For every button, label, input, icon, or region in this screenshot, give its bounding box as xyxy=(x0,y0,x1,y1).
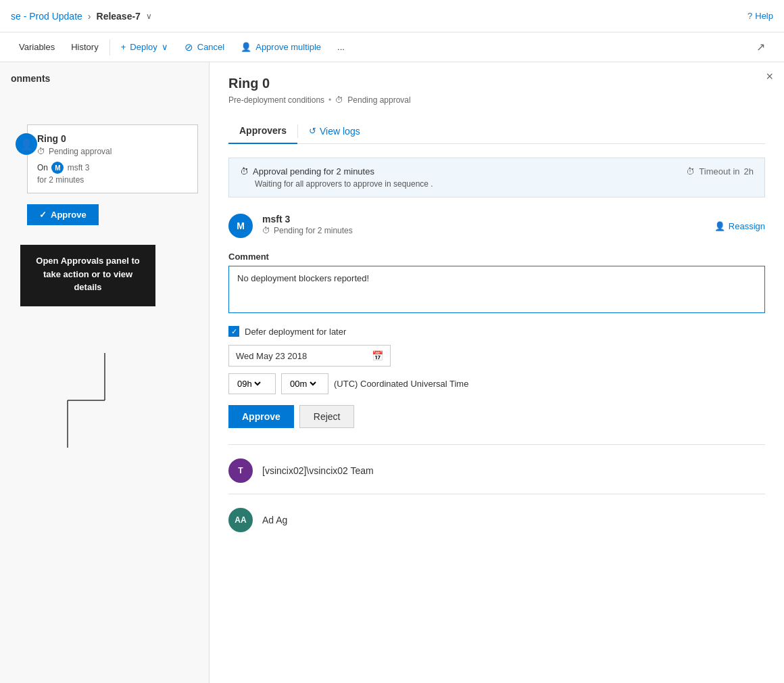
right-panel: × Ring 0 Pre-deployment conditions • ⏱ P… xyxy=(210,62,784,683)
reassign-button[interactable]: 👤 Reassign xyxy=(714,221,765,231)
refresh-icon: ↺ xyxy=(309,126,316,136)
main-content: onments 👤 Ring 0 ⏱ Pending approval On xyxy=(0,62,784,683)
panel-content: Ring 0 Pre-deployment conditions • ⏱ Pen… xyxy=(210,62,784,557)
toolbar-divider xyxy=(109,39,110,55)
tooltip-text: Open Approvals panel to take action or t… xyxy=(36,256,139,292)
approve-action-button[interactable]: ✓ Approve xyxy=(27,204,99,225)
deploy-dropdown-arrow: ∨ xyxy=(162,42,168,52)
panel-title: Ring 0 xyxy=(228,76,765,91)
help-link[interactable]: ? Help xyxy=(748,11,773,21)
timeout-label: Timeout in xyxy=(699,166,739,176)
action-buttons: Approve Reject xyxy=(228,405,765,428)
hour-select[interactable]: 09h 10h xyxy=(235,378,263,390)
plus-icon: + xyxy=(121,42,126,52)
release-dropdown-arrow[interactable]: ∨ xyxy=(146,11,152,21)
approval-pending-text: Approval pending for 2 minutes xyxy=(253,166,374,176)
cancel-icon: ⊘ xyxy=(185,41,193,53)
approver-avatar-tertiary: AA xyxy=(228,508,253,532)
checkmark-icon: ✓ xyxy=(39,210,47,220)
clock-icon-approver: ⏱ xyxy=(262,226,270,235)
info-banner-title: ⏱ Approval pending for 2 minutes xyxy=(240,166,433,176)
subtitle-dot: • xyxy=(328,95,331,105)
defer-checkbox[interactable]: ✓ xyxy=(228,326,239,337)
panel-subtitle: Pre-deployment conditions • ⏱ Pending ap… xyxy=(228,95,765,105)
msft-badge: M xyxy=(51,162,64,174)
reassign-user-icon: 👤 xyxy=(714,221,725,231)
ring-card-status: ⏱ Pending approval xyxy=(37,147,188,156)
approver-name-tertiary: Ad Ag xyxy=(262,515,287,525)
minute-select-container[interactable]: 00m 30m xyxy=(281,373,328,394)
release-name: Release-7 xyxy=(97,11,141,22)
section-divider-1 xyxy=(228,444,765,445)
approver-status-text: Pending for 2 minutes xyxy=(274,226,353,235)
approve-multiple-label: Approve multiple xyxy=(255,42,321,52)
on-label: On xyxy=(37,163,48,172)
close-button[interactable]: × xyxy=(766,70,773,83)
breadcrumb: se - Prod Update › Release-7 ∨ xyxy=(11,11,152,22)
final-approve-button[interactable]: Approve xyxy=(228,405,294,428)
comment-textarea[interactable] xyxy=(228,266,765,313)
info-banner-left: ⏱ Approval pending for 2 minutes Waiting… xyxy=(240,166,433,189)
utc-label: (UTC) Coordinated Universal Time xyxy=(334,379,468,389)
cancel-button[interactable]: ⊘ Cancel xyxy=(176,32,232,62)
approvers-tab-label: Approvers xyxy=(239,125,287,136)
time-row: 09h 10h 00m 30m (UTC) Coordinated Univer… xyxy=(228,373,765,394)
ring-card-duration: for 2 minutes xyxy=(37,175,188,185)
reassign-label: Reassign xyxy=(729,221,765,231)
history-label: History xyxy=(71,42,98,52)
minute-select[interactable]: 00m 30m xyxy=(287,378,318,390)
clock-icon-sm: ⏱ xyxy=(335,95,343,105)
deploy-label: Deploy xyxy=(130,42,157,52)
deploy-button[interactable]: + Deploy ∨ xyxy=(113,32,176,62)
expand-icon: ↗ xyxy=(756,41,765,53)
variables-label: Variables xyxy=(19,42,55,52)
conditions-label: Pre-deployment conditions xyxy=(228,95,324,105)
user-avatar-icon: 👤 xyxy=(20,138,33,151)
timeout-value: 2h xyxy=(744,166,754,176)
approver-avatar-secondary: T xyxy=(228,458,253,483)
history-button[interactable]: History xyxy=(63,32,106,62)
hour-select-container[interactable]: 09h 10h xyxy=(228,373,276,394)
approver-row-secondary: T [vsincix02]\vsincix02 Team xyxy=(228,458,765,483)
help-icon: ? xyxy=(748,11,752,21)
approver-info-primary: msft 3 ⏱ Pending for 2 minutes xyxy=(262,214,705,235)
tab-view-logs[interactable]: ↺ View logs xyxy=(298,118,371,143)
info-banner-right: ⏱ Timeout in 2h xyxy=(686,166,754,176)
final-reject-button[interactable]: Reject xyxy=(299,405,355,428)
section-divider-2 xyxy=(228,494,765,494)
clock-icon: ⏱ xyxy=(37,147,45,156)
defer-row: ✓ Defer deployment for later xyxy=(228,326,765,337)
clock-icon-banner: ⏱ xyxy=(240,166,249,176)
info-banner: ⏱ Approval pending for 2 minutes Waiting… xyxy=(228,158,765,197)
more-icon: ... xyxy=(337,42,345,52)
subtitle-status: Pending approval xyxy=(347,95,410,105)
help-label: Help xyxy=(755,11,773,21)
toolbar: Variables History + Deploy ∨ ⊘ Cancel 👤 … xyxy=(0,32,784,62)
approve-btn-container: ✓ Approve Open Approvals panel to take a… xyxy=(27,204,99,225)
approver-row-tertiary: AA Ad Ag xyxy=(228,508,765,532)
top-bar: se - Prod Update › Release-7 ∨ ? Help xyxy=(0,0,784,32)
date-input[interactable] xyxy=(236,351,372,361)
tooltip-box: Open Approvals panel to take action or t… xyxy=(20,245,155,306)
user-icon: 👤 xyxy=(241,42,251,52)
expand-button[interactable]: ↗ xyxy=(748,32,773,62)
more-button[interactable]: ... xyxy=(329,32,353,62)
approver-name-primary: msft 3 xyxy=(262,214,705,225)
calendar-icon: 📅 xyxy=(372,350,383,361)
timeout-clock-icon: ⏱ xyxy=(686,166,695,176)
info-banner-sub: Waiting for all approvers to approve in … xyxy=(240,179,433,189)
pipeline-name[interactable]: se - Prod Update xyxy=(11,11,82,22)
approver-name-secondary: [vsincix02]\vsincix02 Team xyxy=(262,465,374,476)
approve-btn-label: Approve xyxy=(51,210,87,220)
date-field[interactable]: 📅 xyxy=(228,345,391,367)
approver-avatar-primary: M xyxy=(228,214,253,238)
left-panel: onments 👤 Ring 0 ⏱ Pending approval On xyxy=(0,62,210,683)
tab-approvers[interactable]: Approvers xyxy=(228,118,297,144)
ring-card[interactable]: 👤 Ring 0 ⏱ Pending approval On M msft 3 … xyxy=(27,124,198,193)
ring-card-user-icon: 👤 xyxy=(16,133,37,155)
approver-row-primary: M msft 3 ⏱ Pending for 2 minutes 👤 Reass… xyxy=(228,214,765,238)
comment-label: Comment xyxy=(228,252,765,262)
approve-multiple-button[interactable]: 👤 Approve multiple xyxy=(232,32,329,62)
defer-label: Defer deployment for later xyxy=(245,327,346,337)
variables-button[interactable]: Variables xyxy=(11,32,63,62)
